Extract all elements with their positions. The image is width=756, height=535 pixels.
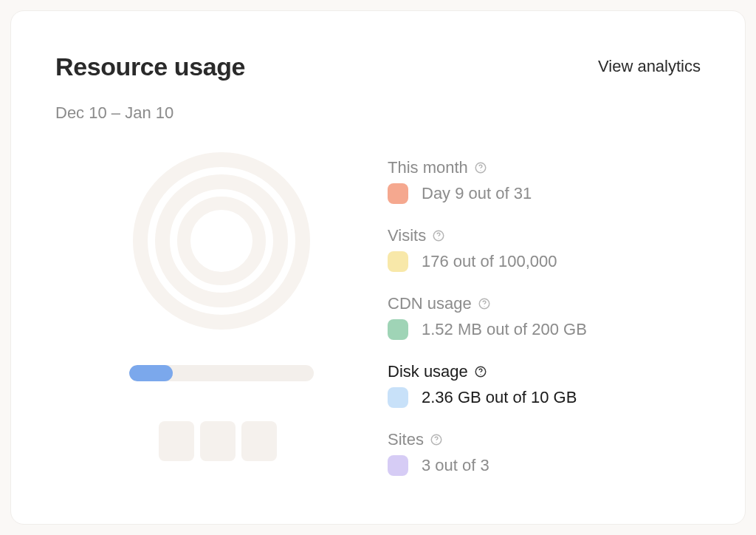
metric-value: Day 9 out of 31 (422, 184, 532, 203)
metric-label-row: Visits (388, 226, 701, 245)
help-icon[interactable] (430, 433, 443, 446)
site-block (241, 421, 277, 461)
metric-swatch (388, 387, 408, 408)
resource-usage-card: Resource usage View analytics Dec 10 – J… (10, 10, 746, 525)
metric-value: 3 out of 3 (422, 456, 489, 475)
metric-label: Visits (388, 226, 426, 245)
svg-point-1 (480, 170, 481, 171)
metric-value: 2.36 GB out of 10 GB (422, 388, 577, 407)
metric-value: 176 out of 100,000 (422, 252, 557, 271)
card-title: Resource usage (55, 52, 245, 81)
svg-point-3 (439, 238, 439, 239)
metric-label: This month (388, 158, 468, 177)
metric-swatch (388, 183, 408, 204)
visuals-column (55, 152, 388, 476)
help-icon[interactable] (474, 365, 487, 378)
disk-usage-bar (129, 365, 314, 381)
metric-label: CDN usage (388, 294, 472, 313)
ring-inner (177, 197, 266, 285)
metric-value-row: 3 out of 3 (388, 455, 701, 476)
site-block (200, 421, 236, 461)
metric-swatch (388, 319, 408, 340)
date-range: Dec 10 – Jan 10 (55, 103, 701, 123)
metric-label-row: CDN usage (388, 294, 701, 313)
metric-value-row: 2.36 GB out of 10 GB (388, 387, 701, 408)
metric-label-row: Sites (388, 430, 701, 449)
metric-value-row: 1.52 MB out of 200 GB (388, 319, 701, 340)
sites-blocks (159, 421, 277, 461)
svg-point-9 (436, 442, 436, 443)
metric-item-disk[interactable]: Disk usage 2.36 GB out of 10 GB (388, 362, 701, 408)
metric-label: Sites (388, 430, 424, 449)
help-icon[interactable] (478, 297, 491, 310)
view-analytics-link[interactable]: View analytics (598, 57, 701, 76)
help-icon[interactable] (474, 161, 487, 174)
metric-item-month[interactable]: This month Day 9 out of 31 (388, 158, 701, 204)
disk-usage-bar-fill (129, 365, 173, 381)
metric-value-row: 176 out of 100,000 (388, 251, 701, 272)
svg-point-5 (484, 306, 484, 307)
metrics-list: This month Day 9 out of 31 Visits (388, 152, 701, 476)
metric-label-row: This month (388, 158, 701, 177)
site-block (159, 421, 194, 461)
card-header: Resource usage View analytics (55, 52, 701, 81)
rings-chart (133, 152, 310, 330)
metric-item-cdn[interactable]: CDN usage 1.52 MB out of 200 GB (388, 294, 701, 340)
svg-point-7 (480, 374, 481, 375)
metric-value-row: Day 9 out of 31 (388, 183, 701, 204)
metric-label: Disk usage (388, 362, 468, 381)
metric-swatch (388, 455, 408, 476)
help-icon[interactable] (432, 229, 445, 242)
metric-item-visits[interactable]: Visits 176 out of 100,000 (388, 226, 701, 272)
metric-swatch (388, 251, 408, 272)
metric-item-sites[interactable]: Sites 3 out of 3 (388, 430, 701, 476)
metric-label-row: Disk usage (388, 362, 701, 381)
card-content: This month Day 9 out of 31 Visits (55, 152, 701, 476)
metric-value: 1.52 MB out of 200 GB (422, 320, 587, 339)
